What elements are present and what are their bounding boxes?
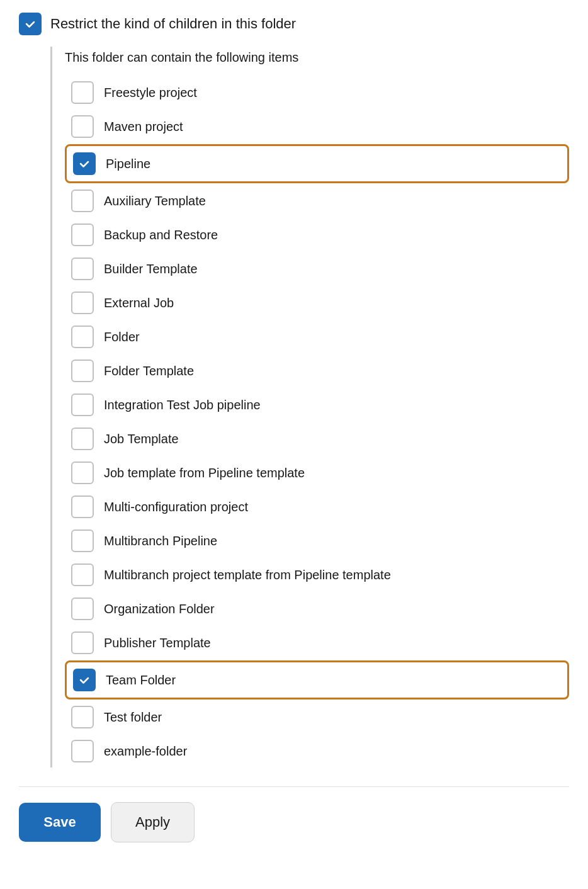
checkbox-auxiliary-template[interactable] (71, 190, 94, 212)
checkbox-publisher-template[interactable] (71, 631, 94, 654)
apply-button[interactable]: Apply (111, 802, 195, 842)
label-job-template: Job Template (104, 432, 179, 446)
footer-divider (19, 786, 569, 787)
label-multibranch-project-template: Multibranch project template from Pipeli… (104, 568, 391, 582)
checkbox-external-job[interactable] (71, 292, 94, 314)
checkbox-job-template[interactable] (71, 428, 94, 450)
label-folder-template: Folder Template (104, 364, 194, 378)
checkbox-builder-template[interactable] (71, 258, 94, 280)
list-item-maven-project: Maven project (65, 110, 569, 143)
list-item-test-folder: Test folder (65, 701, 569, 733)
label-test-folder: Test folder (104, 710, 162, 725)
list-item-job-template-from-pipeline: Job template from Pipeline template (65, 456, 569, 489)
restrict-children-checkbox[interactable] (19, 13, 42, 35)
list-item-multibranch-pipeline: Multibranch Pipeline (65, 524, 569, 557)
list-item-auxiliary-template: Auxiliary Template (65, 184, 569, 217)
restrict-children-row: Restrict the kind of children in this fo… (19, 13, 569, 35)
list-item-publisher-template: Publisher Template (65, 626, 569, 659)
list-item-multi-configuration-project: Multi-configuration project (65, 490, 569, 523)
checkbox-freestyle-project[interactable] (71, 81, 94, 104)
label-team-folder: Team Folder (106, 673, 176, 688)
sub-header-text: This folder can contain the following it… (65, 47, 569, 65)
save-button[interactable]: Save (19, 803, 101, 842)
list-item-job-template: Job Template (65, 422, 569, 455)
list-item-folder-template: Folder Template (65, 354, 569, 387)
list-item-multibranch-project-template: Multibranch project template from Pipeli… (65, 558, 569, 591)
list-item-pipeline: Pipeline (65, 144, 569, 183)
label-maven-project: Maven project (104, 120, 183, 134)
label-freestyle-project: Freestyle project (104, 86, 197, 100)
list-item-team-folder: Team Folder (65, 660, 569, 699)
checkbox-team-folder[interactable] (73, 669, 96, 691)
label-organization-folder: Organization Folder (104, 602, 215, 616)
checkbox-test-folder[interactable] (71, 706, 94, 728)
label-integration-test-job-pipeline: Integration Test Job pipeline (104, 398, 261, 412)
checkbox-backup-restore[interactable] (71, 224, 94, 246)
label-pipeline: Pipeline (106, 157, 150, 171)
list-item-backup-restore: Backup and Restore (65, 218, 569, 251)
checkbox-example-folder[interactable] (71, 740, 94, 762)
item-list: Freestyle projectMaven project PipelineA… (65, 76, 569, 767)
label-job-template-from-pipeline: Job template from Pipeline template (104, 466, 305, 480)
list-item-integration-test-job-pipeline: Integration Test Job pipeline (65, 388, 569, 421)
checkbox-pipeline[interactable] (73, 152, 96, 175)
checkbox-multibranch-pipeline[interactable] (71, 529, 94, 552)
children-indent-block: This folder can contain the following it… (50, 47, 569, 767)
checkbox-maven-project[interactable] (71, 115, 94, 138)
label-auxiliary-template: Auxiliary Template (104, 194, 206, 208)
label-backup-restore: Backup and Restore (104, 228, 218, 242)
list-item-folder: Folder (65, 320, 569, 353)
list-item-builder-template: Builder Template (65, 252, 569, 285)
list-item-external-job: External Job (65, 286, 569, 319)
checkbox-multibranch-project-template[interactable] (71, 563, 94, 586)
checkbox-folder[interactable] (71, 326, 94, 348)
label-example-folder: example-folder (104, 744, 187, 759)
checkbox-integration-test-job-pipeline[interactable] (71, 394, 94, 416)
checkbox-multi-configuration-project[interactable] (71, 495, 94, 518)
restrict-children-label: Restrict the kind of children in this fo… (50, 16, 296, 32)
label-builder-template: Builder Template (104, 262, 198, 276)
list-item-organization-folder: Organization Folder (65, 592, 569, 625)
label-multi-configuration-project: Multi-configuration project (104, 500, 248, 514)
label-folder: Folder (104, 330, 140, 344)
list-item-freestyle-project: Freestyle project (65, 76, 569, 109)
label-publisher-template: Publisher Template (104, 636, 211, 650)
list-item-example-folder: example-folder (65, 735, 569, 767)
checkbox-job-template-from-pipeline[interactable] (71, 461, 94, 484)
label-external-job: External Job (104, 296, 174, 310)
label-multibranch-pipeline: Multibranch Pipeline (104, 534, 217, 548)
footer-buttons: Save Apply (19, 802, 569, 861)
checkbox-organization-folder[interactable] (71, 597, 94, 620)
checkbox-folder-template[interactable] (71, 360, 94, 382)
